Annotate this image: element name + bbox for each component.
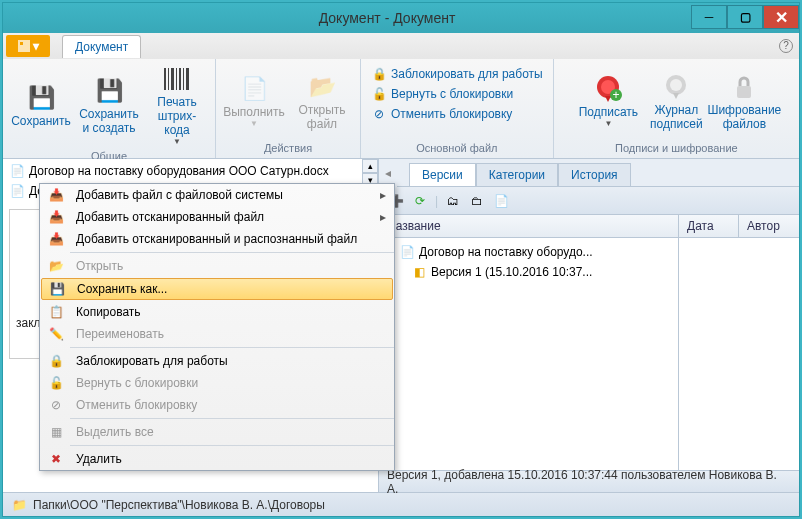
context-menu: 📥Добавить файл с файловой системы▸ 📥Доба… [39, 183, 395, 471]
lock-file-button[interactable]: 🔒Заблокировать для работы [367, 65, 547, 83]
ctx-delete[interactable]: ✖Удалить [40, 448, 394, 470]
svg-rect-8 [186, 68, 189, 90]
col-date[interactable]: Дата [679, 215, 739, 237]
tree-label: Договор на поставку оборудо... [419, 245, 593, 259]
tab-versions[interactable]: Версии [409, 163, 476, 186]
tab-prev-icon[interactable]: ◂ [379, 166, 397, 180]
delete-icon: ✖ [44, 452, 68, 466]
expand-icon[interactable]: 🗂 [444, 192, 462, 210]
chevron-down-icon: ▼ [604, 119, 612, 128]
ctx-label: Удалить [76, 452, 122, 466]
columns-header: Название Дата Автор [379, 215, 799, 238]
svg-rect-7 [183, 68, 184, 90]
tree-label: Версия 1 (15.10.2016 10:37... [431, 265, 592, 279]
sign-log-icon [660, 71, 692, 103]
save-and-create-button[interactable]: 💾 Сохранить и создать [77, 61, 141, 148]
ctx-copy[interactable]: 📋Копировать [40, 301, 394, 323]
ctx-select-all: ▦Выделить все [40, 421, 394, 443]
execute-button: 📄 Выполнить ▼ [222, 61, 286, 140]
statusbar: 📁 Папки\ООО "Перспектива"\Новикова В. А.… [3, 492, 799, 516]
ribbon: 💾 Сохранить 💾 Сохранить и создать Печать… [3, 59, 799, 159]
status-text: Версия 1, добавлена 15.10.2016 10:37:44 … [387, 468, 791, 496]
save-label: Сохранить [11, 114, 71, 128]
tab-history[interactable]: История [558, 163, 631, 186]
doc-icon[interactable]: 📄 [492, 192, 510, 210]
ctx-label: Сохранить как... [77, 282, 167, 296]
execute-label: Выполнить [223, 105, 285, 119]
ctx-label: Добавить отсканированный и распознанный … [76, 232, 357, 246]
close-button[interactable]: ✕ [763, 5, 799, 29]
chevron-down-icon: ▼ [173, 137, 181, 146]
ctx-save-as[interactable]: 💾Сохранить как... [41, 278, 393, 300]
unlock-file-button[interactable]: 🔓Вернуть с блокировки [367, 85, 547, 103]
ctx-add-from-fs[interactable]: 📥Добавить файл с файловой системы▸ [40, 184, 394, 206]
ctx-unlock: 🔓Вернуть с блокировки [40, 372, 394, 394]
ctx-add-scanned[interactable]: 📥Добавить отсканированный файл▸ [40, 206, 394, 228]
refresh-icon[interactable]: ⟳ [411, 192, 429, 210]
app-window: Документ - Документ ─ ▢ ✕ ▾ Документ ? 💾… [2, 2, 800, 517]
ctx-lock[interactable]: 🔒Заблокировать для работы [40, 350, 394, 372]
help-icon[interactable]: ? [779, 39, 793, 53]
save-icon: 💾 [25, 82, 57, 114]
file-item[interactable]: 📄 Договор на поставку оборудования ООО С… [5, 161, 360, 181]
ctx-label: Заблокировать для работы [76, 354, 228, 368]
tree-row[interactable]: ◧ Версия 1 (15.10.2016 10:37... [383, 262, 674, 282]
group-actions-label: Действия [222, 140, 354, 156]
submenu-arrow-icon: ▸ [380, 210, 386, 224]
svg-rect-0 [18, 40, 30, 52]
col-author[interactable]: Автор [739, 215, 799, 237]
right-pane: ◂ Версии Категории История ➕ ⟳ | 🗂 🗀 📄 Н… [379, 159, 799, 492]
ctx-open: 📂Открыть [40, 255, 394, 277]
version-icon: ◧ [411, 264, 427, 280]
encrypt-button[interactable]: Шифрование файлов [712, 61, 776, 140]
ctx-label: Копировать [76, 305, 141, 319]
svg-rect-5 [176, 68, 177, 90]
versions-toolbar: ➕ ⟳ | 🗂 🗀 📄 [379, 187, 799, 215]
collapse-icon[interactable]: 🗀 [468, 192, 486, 210]
chevron-down-icon: ▼ [250, 119, 258, 128]
submenu-arrow-icon: ▸ [380, 188, 386, 202]
ctx-label: Добавить файл с файловой системы [76, 188, 283, 202]
open-file-label: Открыть файл [298, 103, 345, 131]
tree-row[interactable]: − 📄 Договор на поставку оборудо... [383, 242, 674, 262]
add-file-icon: 📥 [44, 188, 68, 202]
ctx-label: Открыть [76, 259, 123, 273]
rename-icon: ✏️ [44, 327, 68, 341]
ctx-label: Выделить все [76, 425, 154, 439]
svg-rect-15 [737, 86, 751, 98]
sign-icon: + [592, 73, 624, 105]
cancel-lock-label: Отменить блокировку [391, 107, 512, 121]
app-menu-button[interactable]: ▾ [6, 35, 50, 57]
save-button[interactable]: 💾 Сохранить [9, 61, 73, 148]
sign-log-button[interactable]: Журнал подписей [644, 61, 708, 140]
open-file-button: 📂 Открыть файл [290, 61, 354, 140]
quick-access-bar: ▾ Документ ? [3, 33, 799, 59]
cancel-lock-button[interactable]: ⊘Отменить блокировку [367, 105, 547, 123]
app-icon [17, 39, 31, 53]
save-as-icon: 💾 [45, 282, 69, 296]
nav-up-icon[interactable]: ▴ [362, 159, 378, 173]
minimize-button[interactable]: ─ [691, 5, 727, 29]
word-icon: 📄 [9, 183, 25, 199]
svg-rect-2 [164, 68, 166, 90]
word-icon: 📄 [9, 163, 25, 179]
cancel-lock-icon: ⊘ [44, 398, 68, 412]
maximize-button[interactable]: ▢ [727, 5, 763, 29]
select-all-icon: ▦ [44, 425, 68, 439]
group-sign-label: Подписи и шифрование [560, 140, 793, 156]
tab-categories[interactable]: Категории [476, 163, 558, 186]
open-icon: 📂 [44, 259, 68, 273]
ctx-add-scan-ocr[interactable]: 📥Добавить отсканированный и распознанный… [40, 228, 394, 250]
lock-icon: 🔒 [44, 354, 68, 368]
ctx-cancel-lock: ⊘Отменить блокировку [40, 394, 394, 416]
doc-icon: 📄 [399, 244, 415, 260]
sign-button[interactable]: + Подписать ▼ [576, 61, 640, 140]
print-barcode-button[interactable]: Печать штрих-кода ▼ [145, 61, 209, 148]
col-name[interactable]: Название [379, 215, 679, 237]
copy-icon: 📋 [44, 305, 68, 319]
barcode-label: Печать штрих-кода [149, 95, 205, 137]
tab-document[interactable]: Документ [62, 35, 141, 58]
add-scan-icon: 📥 [44, 210, 68, 224]
unlock-label: Вернуть с блокировки [391, 87, 513, 101]
add-scan-ocr-icon: 📥 [44, 232, 68, 246]
